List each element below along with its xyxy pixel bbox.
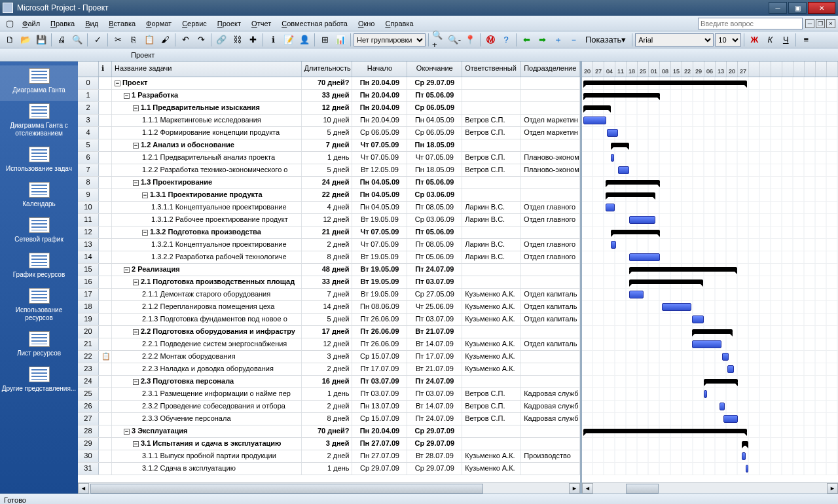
duration-cell[interactable]: 16 дней — [302, 376, 353, 387]
table-row[interactable]: 232.2.3 Наладка и доводка оборудования2 … — [78, 363, 580, 376]
start-cell[interactable]: Чт 07.05.09 — [352, 226, 407, 238]
unlink-icon[interactable]: ⛓ — [230, 33, 244, 47]
info-cell[interactable] — [99, 239, 112, 251]
end-cell[interactable]: Ср 03.06.09 — [407, 214, 462, 226]
info-cell[interactable] — [99, 177, 112, 189]
task-bar[interactable] — [722, 353, 729, 361]
spell-icon[interactable]: ✓ — [90, 33, 105, 47]
italic-button[interactable]: К — [763, 33, 777, 47]
summary-bar[interactable] — [742, 441, 748, 446]
task-bar[interactable] — [611, 154, 614, 162]
end-cell[interactable]: Пн 18.05.09 — [407, 164, 462, 176]
table-row[interactable]: 262.3.2 Проведение собеседования и отбор… — [78, 401, 580, 413]
end-cell[interactable]: Ср 29.07.09 — [407, 463, 462, 475]
task-name[interactable]: −2.3 Подготовка персонала — [112, 376, 302, 387]
info-cell[interactable] — [99, 264, 112, 276]
task-name[interactable]: −2.1 Подготовка производственных площад — [112, 276, 302, 288]
dept-cell[interactable]: Отдел главного — [521, 239, 580, 251]
resp-cell[interactable]: Кузьменко А.К. — [462, 314, 521, 325]
resp-cell[interactable] — [462, 264, 521, 276]
start-cell[interactable]: Пн 04.05.09 — [352, 177, 407, 189]
menu-правка[interactable]: Правка — [45, 18, 80, 29]
end-cell[interactable]: Ср 27.05.09 — [407, 289, 462, 300]
dept-cell[interactable]: Производство — [521, 450, 580, 462]
table-row[interactable]: 16−2.1 Подготовка производственных площа… — [78, 276, 580, 289]
summary-bar[interactable] — [606, 192, 655, 197]
sidebar-item[interactable]: Календарь — [0, 179, 78, 215]
info-cell[interactable] — [99, 77, 112, 89]
nav-fwd-icon[interactable]: ➡ — [535, 33, 549, 47]
start-cell[interactable]: Пн 27.07.09 — [352, 438, 407, 450]
end-cell[interactable]: Ср 03.06.09 — [407, 189, 462, 201]
end-cell[interactable]: Пн 04.05.09 — [407, 115, 462, 126]
table-row[interactable]: 141.3.2.2 Разработка рабочей технологиче… — [78, 251, 580, 264]
row-number[interactable]: 24 — [78, 376, 99, 387]
info-cell[interactable] — [99, 363, 112, 375]
task-name[interactable]: 1.1.1 Маркетинговые исследования — [112, 115, 302, 126]
row-number[interactable]: 17 — [78, 289, 99, 300]
duration-cell[interactable]: 12 дней — [302, 214, 353, 226]
start-cell[interactable]: Вт 19.05.09 — [352, 264, 407, 276]
scroll-left-icon[interactable]: ◄ — [78, 483, 89, 494]
row-number[interactable]: 0 — [78, 77, 99, 89]
resp-cell[interactable] — [462, 425, 521, 437]
outline-toggle-icon[interactable]: − — [133, 105, 139, 111]
table-row[interactable]: 61.2.1 Предварительный анализ проекта1 д… — [78, 152, 580, 164]
table-row[interactable]: 303.1.1 Выпуск пробной партии продукции2… — [78, 450, 580, 463]
task-bar[interactable] — [723, 415, 738, 423]
row-number[interactable]: 4 — [78, 127, 99, 139]
end-cell[interactable]: Пт 08.05.09 — [407, 239, 462, 251]
task-name[interactable]: −1.1 Предварительные изыскания — [112, 102, 302, 114]
end-cell[interactable]: Пт 24.07.09 — [407, 413, 462, 425]
dept-cell[interactable] — [521, 77, 580, 89]
task-bar[interactable] — [629, 216, 655, 224]
info-cell[interactable] — [99, 413, 112, 425]
start-cell[interactable]: Пт 26.06.09 — [352, 326, 407, 338]
table-row[interactable]: 131.3.2.1 Концептуальное проектирование2… — [78, 239, 580, 251]
duration-cell[interactable]: 12 дней — [302, 102, 353, 114]
resp-cell[interactable] — [462, 326, 521, 338]
row-number[interactable]: 7 — [78, 164, 99, 176]
task-name[interactable]: −Проект — [112, 77, 302, 89]
menu-совместная работа[interactable]: Совместная работа — [276, 18, 353, 29]
notes-icon[interactable]: 📝 — [282, 33, 296, 47]
minimize-button[interactable]: ─ — [769, 2, 787, 14]
dept-cell[interactable] — [521, 226, 580, 238]
resp-cell[interactable]: Ларкин В.С. — [462, 251, 521, 263]
start-cell[interactable]: Пт 03.07.09 — [352, 376, 407, 387]
start-cell[interactable]: Пн 20.04.09 — [352, 115, 407, 126]
task-bar[interactable] — [720, 403, 725, 410]
table-row[interactable]: 8−1.3 Проектирование24 днейПн 04.05.09Пт… — [78, 177, 580, 189]
row-number[interactable]: 25 — [78, 388, 99, 400]
info-cell[interactable] — [99, 226, 112, 238]
resource-icon[interactable]: Ⓜ — [483, 33, 498, 47]
dept-cell[interactable] — [521, 351, 580, 363]
table-row[interactable]: 111.3.1.2 Рабочее проектирование продукт… — [78, 214, 580, 226]
resp-cell[interactable] — [462, 226, 521, 238]
duration-cell[interactable]: 3 дней — [302, 351, 353, 363]
summary-bar[interactable] — [583, 429, 747, 433]
scroll-right-icon[interactable]: ► — [569, 483, 580, 494]
end-cell[interactable]: Вт 14.07.09 — [407, 338, 462, 350]
zoom-out-icon[interactable]: 🔍- — [447, 33, 462, 47]
task-name[interactable]: 1.2.1 Предварительный анализ проекта — [112, 152, 302, 164]
start-cell[interactable]: Пн 20.04.09 — [352, 425, 407, 437]
start-cell[interactable]: Вт 19.05.09 — [352, 289, 407, 300]
align-left-icon[interactable]: ≡ — [799, 33, 813, 47]
task-name[interactable]: −1 Разработка — [112, 90, 302, 101]
task-bar[interactable] — [662, 303, 691, 311]
start-cell[interactable]: Ср 06.05.09 — [352, 127, 407, 139]
undo-icon[interactable]: ↶ — [178, 33, 192, 47]
task-name[interactable]: −3.1 Испытания и сдача в эксплуатацию — [112, 438, 302, 450]
info-cell[interactable] — [99, 450, 112, 462]
task-name[interactable]: 2.2.2 Монтаж оборудования — [112, 351, 302, 363]
table-row[interactable]: 182.1.2 Перепланировка помещения цеха14 … — [78, 301, 580, 314]
end-cell[interactable]: Пт 03.07.09 — [407, 314, 462, 325]
help-search-input[interactable] — [698, 18, 803, 29]
info-cell[interactable] — [99, 326, 112, 338]
end-cell[interactable]: Вт 21.07.09 — [407, 326, 462, 338]
dept-cell[interactable]: Кадровая служб — [521, 413, 580, 425]
dept-cell[interactable]: Отдел маркетин — [521, 115, 580, 126]
table-row[interactable]: 212.2.1 Подведение систем энергоснабжени… — [78, 338, 580, 351]
dept-cell[interactable]: Кадровая служб — [521, 388, 580, 400]
